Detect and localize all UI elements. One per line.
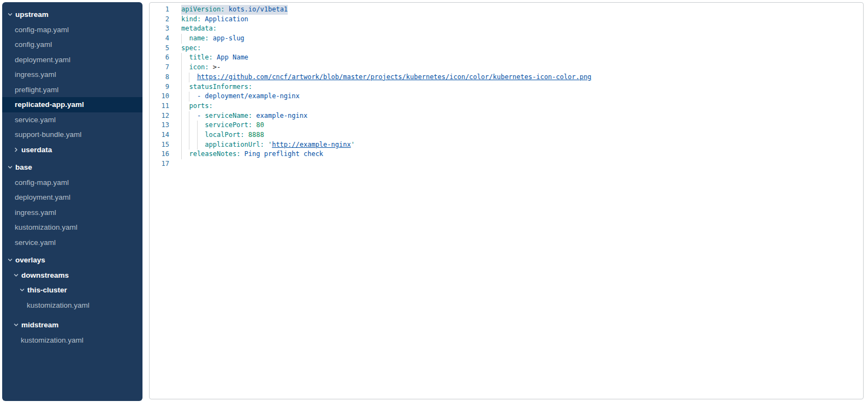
- file-item-support-bundle.yaml[interactable]: support-bundle.yaml: [2, 127, 142, 142]
- file-item-preflight.yaml[interactable]: preflight.yaml: [2, 82, 142, 98]
- code-token: apiVersion:: [181, 5, 224, 15]
- code-token: - deployment/example-nginx: [197, 92, 300, 101]
- code-line: 7icon: >-: [150, 63, 863, 73]
- code-token: ports:: [189, 101, 212, 111]
- line-number: 12: [150, 111, 169, 121]
- file-item-config-map.yaml[interactable]: config-map.yaml: [2, 175, 142, 190]
- folder-item-downstreams[interactable]: downstreams: [2, 268, 142, 283]
- line-number: 5: [150, 44, 169, 53]
- line-number: 3: [150, 24, 169, 34]
- file-item-kustomization.yaml[interactable]: kustomization.yaml: [2, 333, 142, 348]
- file-item-service.yaml[interactable]: service.yaml: [2, 112, 142, 128]
- code-token: Ping preflight check: [245, 149, 324, 159]
- code-line-content: name: app-slug: [181, 34, 245, 44]
- file-item-service.yaml[interactable]: service.yaml: [2, 235, 142, 250]
- file-tree-sidebar: upstreamconfig-map.yamlconfig.yamldeploy…: [2, 2, 142, 401]
- code-line-content: apiVersion: kots.io/v1beta1: [181, 5, 288, 15]
- code-link[interactable]: http://example-nginx: [272, 140, 351, 150]
- code-token: localPort:: [205, 130, 244, 140]
- tree-item-label: deployment.yaml: [15, 193, 70, 201]
- indent-guide: [181, 130, 189, 140]
- tree-item-label: this-cluster: [27, 286, 67, 294]
- line-number: 13: [150, 121, 169, 130]
- code-token: title:: [189, 53, 212, 63]
- line-number: 11: [150, 101, 169, 111]
- indent-guide: [189, 130, 197, 140]
- folder-item-overlays[interactable]: overlays: [2, 253, 142, 268]
- chevron-down-icon: [14, 322, 19, 327]
- file-item-deployment.yaml[interactable]: deployment.yaml: [2, 190, 142, 205]
- code-line-content: metadata:: [181, 24, 217, 34]
- indent-guide: [189, 92, 197, 101]
- file-item-config.yaml[interactable]: config.yaml: [2, 37, 142, 52]
- tree-item-label: kustomization.yaml: [15, 223, 78, 231]
- code-token: kind:: [181, 15, 201, 25]
- chevron-down-icon: [14, 273, 19, 278]
- code-token: ': [268, 140, 272, 150]
- line-number: 8: [150, 73, 169, 82]
- line-number: 6: [150, 53, 169, 63]
- code-token: 80: [256, 121, 264, 130]
- tree-item-label: config-map.yaml: [15, 26, 69, 34]
- file-item-config-map.yaml[interactable]: config-map.yaml: [2, 22, 142, 38]
- code-token: releaseNotes:: [189, 149, 240, 159]
- code-line: 2kind: Application: [150, 15, 863, 25]
- line-number: 2: [150, 15, 169, 25]
- indent-guide: [197, 121, 205, 130]
- code-token: icon:: [189, 63, 209, 73]
- file-item-ingress.yaml[interactable]: ingress.yaml: [2, 67, 142, 82]
- code-token: statusInformers:: [189, 82, 252, 92]
- code-token: [252, 121, 256, 130]
- tree-item-label: config-map.yaml: [15, 178, 69, 187]
- chevron-right-icon: [14, 147, 19, 152]
- line-number: 15: [150, 140, 169, 150]
- code-line: 14localPort: 8888: [150, 130, 863, 140]
- folder-item-upstream[interactable]: upstream: [2, 7, 142, 22]
- code-token: [240, 149, 244, 159]
- indent-guide: [197, 130, 205, 140]
- tree-item-label: upstream: [15, 10, 49, 19]
- code-token: [201, 15, 205, 25]
- folder-item-midstream[interactable]: midstream: [2, 318, 142, 333]
- line-number: 16: [150, 149, 169, 159]
- code-line-content: applicationUrl: 'http://example-nginx': [181, 140, 355, 150]
- folder-item-userdata[interactable]: userdata: [2, 142, 142, 158]
- code-line-content: releaseNotes: Ping preflight check: [181, 149, 323, 159]
- folder-item-base[interactable]: base: [2, 160, 142, 175]
- line-number: 14: [150, 130, 169, 140]
- code-line-content: ports:: [181, 101, 213, 111]
- code-token: [264, 140, 268, 150]
- code-line: 1apiVersion: kots.io/v1beta1: [150, 5, 863, 15]
- code-line: 15applicationUrl: 'http://example-nginx': [150, 140, 863, 150]
- tree-item-label: replicated-app.yaml: [15, 100, 84, 109]
- code-line-content: localPort: 8888: [181, 130, 264, 140]
- code-link[interactable]: https://github.com/cncf/artwork/blob/mas…: [197, 73, 591, 82]
- file-item-deployment.yaml[interactable]: deployment.yaml: [2, 52, 142, 68]
- tree-item-label: base: [15, 163, 32, 171]
- code-line-content: icon: >-: [181, 63, 221, 73]
- indent-guide: [181, 121, 189, 130]
- code-line: 16releaseNotes: Ping preflight check: [150, 149, 863, 159]
- chevron-down-icon: [20, 288, 25, 292]
- file-item-ingress.yaml[interactable]: ingress.yaml: [2, 205, 142, 220]
- tree-item-label: kustomization.yaml: [21, 336, 84, 344]
- indent-guide: [181, 34, 189, 44]
- tree-item-label: midstream: [21, 321, 58, 329]
- tree-item-label: ingress.yaml: [15, 208, 56, 217]
- code-line-content: spec:: [181, 44, 201, 53]
- code-line: 12- serviceName: example-nginx: [150, 111, 863, 121]
- folder-item-this-cluster[interactable]: this-cluster: [2, 283, 142, 298]
- indent-guide: [197, 140, 205, 150]
- indent-guide: [181, 111, 189, 121]
- code-editor[interactable]: 1apiVersion: kots.io/v1beta12kind: Appli…: [150, 3, 863, 399]
- code-line-content: statusInformers:: [181, 82, 252, 92]
- file-item-replicated-app.yaml[interactable]: replicated-app.yaml: [2, 97, 142, 112]
- code-line: 13servicePort: 80: [150, 121, 863, 130]
- code-line: 11ports:: [150, 101, 863, 111]
- file-item-kustomization.yaml[interactable]: kustomization.yaml: [2, 298, 142, 313]
- code-token: example-nginx: [256, 111, 307, 121]
- tree-item-label: support-bundle.yaml: [15, 130, 81, 139]
- code-line-content: - serviceName: example-nginx: [181, 111, 307, 121]
- code-token: -: [197, 111, 205, 121]
- file-item-kustomization.yaml[interactable]: kustomization.yaml: [2, 220, 142, 235]
